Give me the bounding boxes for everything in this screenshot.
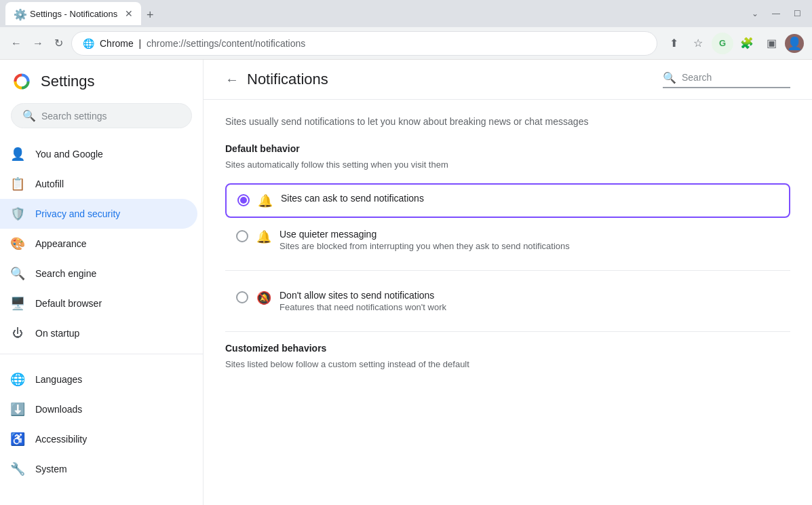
radio-option-sites-can-ask[interactable]: 🔔 Sites can ask to send notifications [225,183,790,218]
sidebar-search[interactable]: 🔍 Search settings [11,103,192,128]
tab-close-button[interactable]: ✕ [125,8,133,19]
bookmark-icon[interactable]: ☆ [687,33,709,54]
bell-quiet-icon: 🔔 [256,229,271,244]
title-bar: ⚙️ Settings - Notifications ✕ + ⌄ — ☐ [0,0,812,27]
content-area: ← Notifications 🔍 Search Sites usually s… [204,60,812,505]
main-layout: Settings 🔍 Search settings 👤 You and Goo… [0,60,812,505]
sidebar-item-label: System [35,464,67,474]
extension-icon[interactable]: 🧩 [736,33,758,54]
address-input[interactable]: 🌐 Chrome | chrome://settings/content/not… [71,31,657,56]
sidebar-item-on-startup[interactable]: ⏻ On startup [0,318,197,348]
sidebar-toggle-icon[interactable]: ▣ [760,33,782,54]
option-label: Use quieter messaging [279,229,779,240]
sidebar-item-label: Default browser [35,298,102,309]
sidebar-item-you-and-google[interactable]: 👤 You and Google [0,139,197,169]
address-text: Chrome | chrome://settings/content/notif… [100,38,646,49]
notifications-description: Sites usually send notifications to let … [225,116,790,127]
sidebar-item-accessibility[interactable]: ♿ Accessibility [0,424,197,454]
sidebar-header: Settings [0,60,203,98]
window-controls: ⌄ — ☐ [746,6,807,21]
content-body: Sites usually send notifications to let … [204,100,812,399]
option-text-sites-can-ask: Sites can ask to send notifications [281,193,778,204]
back-button[interactable]: ← [8,35,24,52]
content-title-row: ← Notifications [225,71,328,88]
active-tab[interactable]: ⚙️ Settings - Notifications ✕ [5,2,141,25]
accessibility-icon: ♿ [11,432,24,446]
radio-option-dont-allow[interactable]: 🔕 Don't allow sites to send notification… [225,282,790,320]
avatar[interactable]: 👤 [785,34,804,53]
content-search-placeholder: Search [682,72,790,83]
sidebar-item-label: Privacy and security [35,208,120,219]
content-header: ← Notifications 🔍 Search [204,60,812,100]
shield-icon: 🛡️ [11,207,24,221]
sidebar-item-label: Downloads [35,404,82,415]
maximize-button[interactable]: ☐ [788,6,807,21]
palette-icon: 🎨 [11,237,24,250]
option-sub: Sites are blocked from interrupting you … [279,241,779,251]
person-icon: 👤 [11,147,24,161]
notifications-back-button[interactable]: ← [225,72,239,88]
sidebar-item-appearance[interactable]: 🎨 Appearance [0,229,197,259]
lock-icon: 🌐 [83,38,94,49]
sidebar-item-label: Accessibility [35,434,87,445]
sidebar-item-autofill[interactable]: 📋 Autofill [0,169,197,199]
radio-button-dont-allow[interactable] [236,291,248,303]
option-text-quieter: Use quieter messaging Sites are blocked … [279,229,779,251]
search-placeholder: Search settings [41,111,107,121]
default-behavior-sub: Sites automatically follow this setting … [225,160,790,170]
sidebar-item-label: Autofill [35,179,64,189]
content-search[interactable]: 🔍 Search [663,71,790,88]
share-icon[interactable]: ⬆ [663,33,684,54]
sidebar-item-label: Languages [35,374,82,385]
customized-behaviors-sub: Sites listed below follow a custom setti… [225,359,790,369]
sidebar-item-languages[interactable]: 🌐 Languages [0,364,197,394]
autofill-icon: 📋 [11,177,24,191]
tab-strip: ⚙️ Settings - Notifications ✕ + [5,2,741,25]
customized-behaviors-section: Customized behaviors Sites listed below … [225,343,790,369]
radio-option-quieter[interactable]: 🔔 Use quieter messaging Sites are blocke… [225,221,790,259]
option-label: Don't allow sites to send notifications [279,290,779,301]
sidebar-item-label: Appearance [35,238,87,249]
option-sub: Features that need notifications won't w… [279,302,779,312]
sidebar: Settings 🔍 Search settings 👤 You and Goo… [0,60,204,505]
search-engine-icon: 🔍 [11,267,24,280]
sidebar-item-system[interactable]: 🔧 System [0,454,197,484]
chevron-button[interactable]: ⌄ [746,6,764,21]
bell-icon: 🔔 [258,193,273,208]
toolbar-icons: ⬆ ☆ G 🧩 ▣ 👤 [663,33,804,54]
search-icon: 🔍 [22,109,36,122]
new-tab-button[interactable]: + [141,5,159,25]
profile-icon[interactable]: G [712,33,733,54]
sidebar-item-label: Search engine [35,268,96,279]
languages-icon: 🌐 [11,373,24,386]
sidebar-item-label: You and Google [35,149,103,160]
address-domain: Chrome | [100,38,147,49]
system-icon: 🔧 [11,462,24,476]
tab-title: Settings - Notifications [30,9,119,19]
default-behavior-title: Default behavior [225,143,790,154]
option-label: Sites can ask to send notifications [281,193,778,204]
divider [225,270,790,271]
google-logo [11,71,33,92]
notifications-title: Notifications [247,71,328,88]
minimize-button[interactable]: — [767,6,786,21]
customized-behaviors-title: Customized behaviors [225,343,790,354]
refresh-button[interactable]: ↻ [52,34,66,52]
sidebar-item-search-engine[interactable]: 🔍 Search engine [0,259,197,288]
bell-off-icon: 🔕 [256,291,271,305]
sidebar-item-downloads[interactable]: ⬇️ Downloads [0,394,197,424]
radio-button-sites-can-ask[interactable] [237,194,250,206]
radio-button-quieter[interactable] [236,230,248,242]
sidebar-item-default-browser[interactable]: 🖥️ Default browser [0,288,197,318]
startup-icon: ⏻ [11,326,24,340]
browser-icon: 🖥️ [11,297,24,310]
option-text-dont-allow: Don't allow sites to send notifications … [279,290,779,312]
settings-title: Settings [41,73,95,90]
downloads-icon: ⬇️ [11,403,24,416]
sidebar-item-privacy-and-security[interactable]: 🛡️ Privacy and security [0,199,197,229]
forward-button[interactable]: → [30,35,46,52]
address-path: chrome://settings/content/notifications [147,38,305,49]
address-bar: ← → ↻ 🌐 Chrome | chrome://settings/conte… [0,27,812,60]
content-search-icon: 🔍 [663,71,676,84]
sidebar-item-label: On startup [35,328,79,339]
